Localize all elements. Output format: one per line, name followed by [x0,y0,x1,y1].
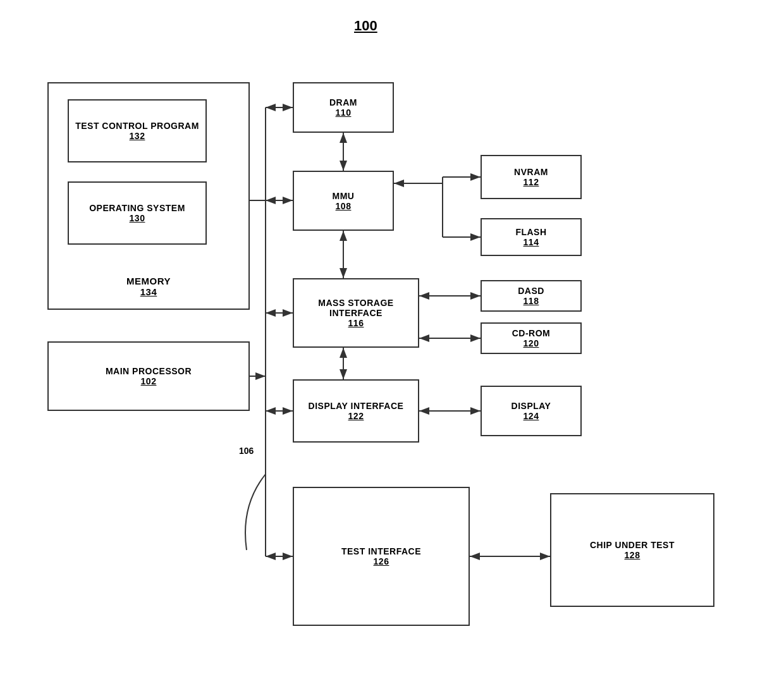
bus-label: 106 [239,446,254,456]
chip-under-test-label: CHIP UNDER TEST [590,540,675,550]
mass-storage-ref: 116 [348,318,364,328]
flash-block: FLASH 114 [481,218,582,256]
display-ref: 124 [524,411,539,421]
operating-system-block: OPERATING SYSTEM 130 [68,181,207,245]
dram-block: DRAM 110 [293,82,394,133]
nvram-label: NVRAM [514,167,548,177]
main-processor-label: MAIN PROCESSOR [106,366,192,376]
dasd-ref: 118 [524,296,539,306]
nvram-ref: 112 [524,177,539,187]
dram-label: DRAM [329,97,357,107]
diagram-title: 100 [354,18,377,34]
dram-ref: 110 [336,107,352,118]
flash-ref: 114 [524,237,539,247]
diagram-container: 100 MEMORY 134 TEST CONTROL PROGRAM 132 … [0,0,784,679]
nvram-block: NVRAM 112 [481,155,582,199]
memory-ref: 134 [49,286,248,297]
chip-under-test-ref: 128 [625,550,640,560]
main-processor-block: MAIN PROCESSOR 102 [47,341,250,411]
memory-label: MEMORY [49,276,248,286]
display-interface-ref: 122 [348,411,364,421]
test-control-label: TEST CONTROL PROGRAM [75,121,199,131]
mmu-block: MMU 108 [293,171,394,231]
dasd-block: DASD 118 [481,280,582,312]
mmu-label: MMU [333,191,355,201]
cd-rom-ref: 120 [524,338,539,348]
display-interface-label: DISPLAY INTERFACE [309,401,404,411]
display-label: DISPLAY [511,401,551,411]
test-control-ref: 132 [130,131,145,141]
cd-rom-block: CD-ROM 120 [481,322,582,354]
main-processor-ref: 102 [141,376,157,386]
display-block: DISPLAY 124 [481,386,582,436]
test-control-block: TEST CONTROL PROGRAM 132 [68,99,207,162]
dasd-label: DASD [518,286,544,296]
cd-rom-label: CD-ROM [512,328,551,338]
mmu-ref: 108 [336,201,352,211]
mass-storage-label: MASS STORAGE INTERFACE [299,298,413,318]
test-interface-block: TEST INTERFACE 126 [293,487,470,626]
mass-storage-block: MASS STORAGE INTERFACE 116 [293,278,419,348]
display-interface-block: DISPLAY INTERFACE 122 [293,379,419,443]
test-interface-label: TEST INTERFACE [341,546,421,556]
memory-outer-block: MEMORY 134 TEST CONTROL PROGRAM 132 OPER… [47,82,250,310]
flash-label: FLASH [515,227,546,237]
operating-system-ref: 130 [130,213,145,223]
operating-system-label: OPERATING SYSTEM [89,203,185,213]
chip-under-test-block: CHIP UNDER TEST 128 [550,493,714,607]
test-interface-ref: 126 [374,556,389,566]
